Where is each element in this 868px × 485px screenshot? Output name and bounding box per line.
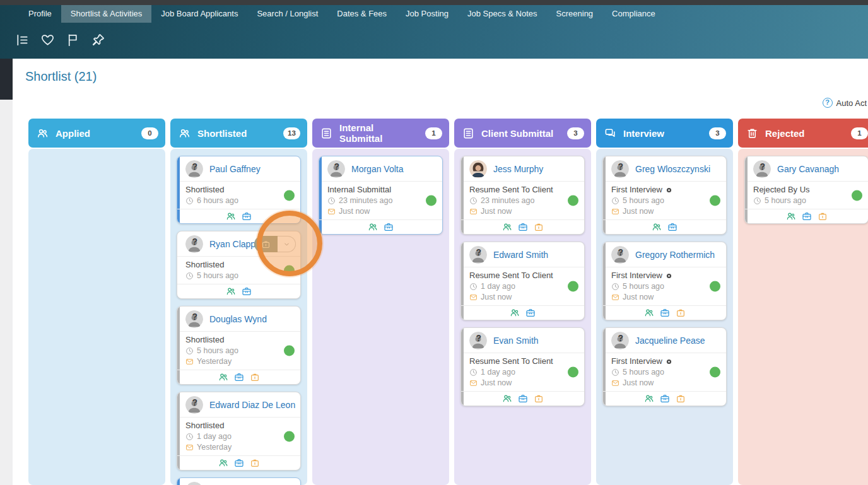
candidate-name[interactable]: Jess Murphy xyxy=(493,164,543,174)
briefcase-blue-icon[interactable] xyxy=(660,394,670,404)
candidate-card-douglas-wynd[interactable]: ? Douglas Wynd Shortlisted 5 hours ago xyxy=(177,306,301,385)
candidate-card-gary-cavanagh[interactable]: ? Gary Cavanagh Rejected By Us 5 hours a… xyxy=(744,156,868,224)
nav-tab-dates-fees[interactable]: Dates & Fees xyxy=(327,5,396,23)
candidate-card-morgan-volta[interactable]: ? Morgan Volta Internal Submittal 23 min… xyxy=(319,156,443,235)
briefcase-blue-icon[interactable] xyxy=(518,394,528,404)
nav-tab-screening[interactable]: Screening xyxy=(547,5,603,23)
email-time-line: Just now xyxy=(327,207,425,216)
briefcase-orange-icon[interactable] xyxy=(676,308,686,318)
nav-tab-shortlist-activities[interactable]: Shortlist & Activities xyxy=(61,5,151,23)
auto-action-control[interactable]: ? Auto Act xyxy=(823,98,867,108)
candidate-name[interactable]: Morgan Volta xyxy=(351,164,404,174)
candidate-name[interactable]: Edward Smith xyxy=(493,250,548,260)
email-time-line: Yesterday xyxy=(185,357,283,366)
column-header-rejected[interactable]: Rejected 1 xyxy=(738,119,868,148)
card-header: ? Edward Diaz De Leon xyxy=(177,392,300,418)
flag-icon[interactable] xyxy=(66,33,80,47)
candidate-name[interactable]: Edward Diaz De Leon xyxy=(209,400,295,410)
envelope-icon xyxy=(185,358,194,366)
clock-icon xyxy=(327,197,336,205)
people-icon[interactable] xyxy=(510,308,520,318)
people-icon xyxy=(179,127,191,139)
avatar: ? xyxy=(611,246,629,264)
nav-tab-profile[interactable]: Profile xyxy=(19,5,61,23)
nav-tab-search-longlist[interactable]: Search / Longlist xyxy=(247,5,327,23)
candidate-name[interactable]: Jacqueline Pease xyxy=(635,336,705,346)
candidate-card-jess-murphy[interactable]: Jess Murphy Resume Sent To Client 23 min… xyxy=(460,156,585,235)
candidate-card-george-lorenz[interactable]: ? George Lorenz xyxy=(177,477,301,485)
people-icon[interactable] xyxy=(226,286,236,296)
clock-icon xyxy=(185,272,194,280)
envelope-icon xyxy=(611,293,619,301)
people-icon[interactable] xyxy=(368,222,378,232)
candidate-name[interactable]: Douglas Wynd xyxy=(209,314,267,324)
candidate-name[interactable]: Ryan Clapp xyxy=(209,239,255,249)
column-body-shortlisted: ? Paul Gaffney Shortlisted 6 hours ago xyxy=(170,149,307,485)
people-icon[interactable] xyxy=(644,308,654,318)
briefcase-orange-icon[interactable] xyxy=(250,458,260,468)
card-header: ? Gary Cavanagh xyxy=(745,156,868,182)
candidate-card-evan-smith[interactable]: ? Evan Smith Resume Sent To Client 1 day… xyxy=(460,327,585,406)
collapse-menu-icon[interactable] xyxy=(15,33,30,47)
time-line: 5 hours ago xyxy=(753,196,850,206)
people-icon[interactable] xyxy=(218,372,228,382)
pin-icon[interactable] xyxy=(91,33,105,47)
briefcase-orange-icon[interactable] xyxy=(818,211,828,221)
avatar: ? xyxy=(185,482,203,485)
column-body-internal-submittal: ? Morgan Volta Internal Submittal 23 min… xyxy=(312,149,449,485)
people-icon[interactable] xyxy=(218,458,228,468)
briefcase-blue-icon[interactable] xyxy=(384,222,394,232)
action-dropdown-button[interactable] xyxy=(278,236,296,252)
status-text: Shortlisted xyxy=(185,260,283,270)
candidate-card-ryan-clapp[interactable]: ? Ryan Clapp Shortlisted 5 hours ago xyxy=(177,231,301,299)
nav-tab-job-specs-notes[interactable]: Job Specs & Notes xyxy=(458,5,547,23)
candidate-card-gregory-rothermich[interactable]: ? Gregory Rothermich First Interview xyxy=(602,242,727,320)
status-text: Shortlisted xyxy=(185,421,283,431)
nav-tab-job-posting[interactable]: Job Posting xyxy=(396,5,458,23)
card-status-block: Resume Sent To Client 23 minutes ago Jus… xyxy=(461,182,584,220)
candidate-name[interactable]: Paul Gaffney xyxy=(209,164,261,174)
briefcase-blue-icon[interactable] xyxy=(518,222,528,232)
candidate-card-greg-wloszczynski[interactable]: ? Greg Wloszczynski First Interview xyxy=(602,156,727,235)
candidate-name[interactable]: Gregory Rothermich xyxy=(635,250,715,260)
people-icon[interactable] xyxy=(502,394,512,404)
briefcase-blue-icon[interactable] xyxy=(234,458,244,468)
briefcase-orange-icon[interactable] xyxy=(676,394,686,404)
briefcase-action-button[interactable] xyxy=(254,236,278,252)
candidate-card-edward-diaz-de-leon[interactable]: ? Edward Diaz De Leon Shortlisted 1 day … xyxy=(177,392,301,470)
candidate-card-jacqueline-pease[interactable]: ? Jacqueline Pease First Interview xyxy=(602,327,727,406)
people-icon[interactable] xyxy=(652,222,662,232)
email-time-line: Just now xyxy=(469,378,566,388)
column-header-internal-submittal[interactable]: Internal Submittal 1 xyxy=(312,119,449,148)
briefcase-orange-icon[interactable] xyxy=(534,222,544,232)
briefcase-blue-icon[interactable] xyxy=(667,222,677,232)
nav-tab-compliance[interactable]: Compliance xyxy=(602,5,665,23)
candidate-card-paul-gaffney[interactable]: ? Paul Gaffney Shortlisted 6 hours ago xyxy=(177,156,301,224)
briefcase-orange-icon[interactable] xyxy=(534,394,544,404)
column-header-client-submittal[interactable]: Client Submittal 3 xyxy=(454,119,591,148)
column-header-shortlisted[interactable]: Shortlisted 13 xyxy=(170,119,307,148)
briefcase-blue-icon[interactable] xyxy=(242,211,252,221)
briefcase-blue-icon[interactable] xyxy=(525,308,536,318)
briefcase-blue-icon[interactable] xyxy=(802,211,812,221)
page-title: Shortlist (21) xyxy=(25,69,97,84)
column-client-submittal: Client Submittal 3 Jess Murphy Resume Se… xyxy=(454,119,591,485)
candidate-name[interactable]: Greg Wloszczynski xyxy=(635,164,710,174)
people-icon[interactable] xyxy=(226,211,236,221)
people-icon[interactable] xyxy=(786,211,796,221)
people-icon[interactable] xyxy=(644,394,654,404)
nav-tab-job-board-applicants[interactable]: Job Board Applicants xyxy=(151,5,247,23)
candidate-card-edward-smith[interactable]: ? Edward Smith Resume Sent To Client 1 d… xyxy=(460,242,585,320)
column-header-applied[interactable]: Applied 0 xyxy=(28,119,165,148)
heart-icon[interactable] xyxy=(40,33,55,47)
help-icon[interactable]: ? xyxy=(823,98,833,108)
briefcase-blue-icon[interactable] xyxy=(242,286,252,296)
briefcase-blue-icon[interactable] xyxy=(660,308,670,318)
people-icon[interactable] xyxy=(502,222,512,232)
candidate-name[interactable]: Evan Smith xyxy=(493,336,539,346)
briefcase-blue-icon[interactable] xyxy=(234,372,244,382)
briefcase-orange-icon[interactable] xyxy=(250,372,260,382)
candidate-name[interactable]: Gary Cavanagh xyxy=(777,164,839,174)
status-text: Resume Sent To Client xyxy=(469,356,566,366)
column-header-interview[interactable]: Interview 3 xyxy=(596,119,733,148)
